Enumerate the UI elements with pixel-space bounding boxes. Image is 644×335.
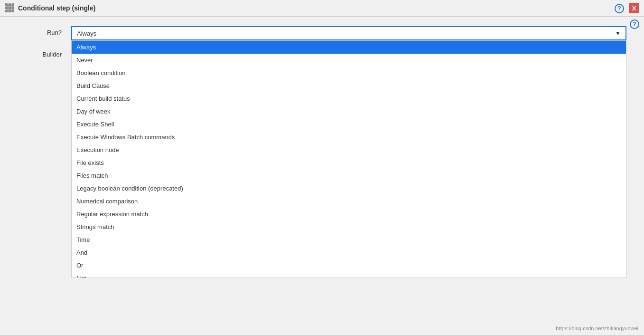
dropdown-item-day-of-week[interactable]: Day of week xyxy=(72,105,626,118)
dropdown-item-never[interactable]: Never xyxy=(72,54,626,67)
dropdown-item-strings-match[interactable]: Strings match xyxy=(72,220,626,233)
dropdown-item-current-build-status[interactable]: Current build status xyxy=(72,92,626,105)
dropdown-item-legacy-boolean[interactable]: Legacy boolean condition (deprecated) xyxy=(72,182,626,195)
dropdown-item-file-exists[interactable]: File exists xyxy=(72,156,626,169)
run-dropdown-list: Always Never Boolean condition Build Cau… xyxy=(71,40,626,278)
dropdown-item-always[interactable]: Always xyxy=(72,41,626,54)
dropdown-item-and[interactable]: And xyxy=(72,246,626,259)
dropdown-item-execute-shell[interactable]: Execute Shell xyxy=(72,118,626,131)
run-form-row: Run? Always ▼ Always Never Boolean condi… xyxy=(14,26,630,40)
title-bar: Conditional step (single) ? X xyxy=(0,0,644,17)
help-button-run[interactable]: ? xyxy=(630,19,639,29)
dropdown-item-regex-match[interactable]: Regular expression match xyxy=(72,208,626,220)
run-select[interactable]: Always ▼ xyxy=(71,26,626,40)
main-content: Run? Always ▼ Always Never Boolean condi… xyxy=(0,17,644,172)
dropdown-item-not[interactable]: Not xyxy=(72,272,626,278)
dropdown-item-files-match[interactable]: Files match xyxy=(72,169,626,182)
dropdown-item-execution-node[interactable]: Execution node xyxy=(72,144,626,156)
dropdown-item-boolean-condition[interactable]: Boolean condition xyxy=(72,67,626,79)
dropdown-arrow-icon: ▼ xyxy=(615,30,621,37)
footer-url: https://blog.csdn.net/zhitiangyunwei xyxy=(556,325,638,331)
dropdown-item-build-cause[interactable]: Build Cause xyxy=(72,79,626,92)
run-label: Run? xyxy=(14,26,62,36)
dialog-title: Conditional step (single) xyxy=(18,4,95,12)
builder-label: Builder xyxy=(14,48,62,58)
drag-handle-icon xyxy=(6,4,14,12)
dropdown-item-or[interactable]: Or xyxy=(72,259,626,272)
close-button[interactable]: X xyxy=(629,3,639,13)
dropdown-item-time[interactable]: Time xyxy=(72,233,626,246)
dropdown-item-numerical-comparison[interactable]: Numerical comparison xyxy=(72,195,626,208)
run-select-container: Always ▼ Always Never Boolean condition … xyxy=(71,26,626,40)
run-select-value: Always xyxy=(77,30,96,37)
help-button-top[interactable]: ? xyxy=(615,4,624,13)
dropdown-item-execute-windows-batch[interactable]: Execute Windows Batch commands xyxy=(72,131,626,144)
